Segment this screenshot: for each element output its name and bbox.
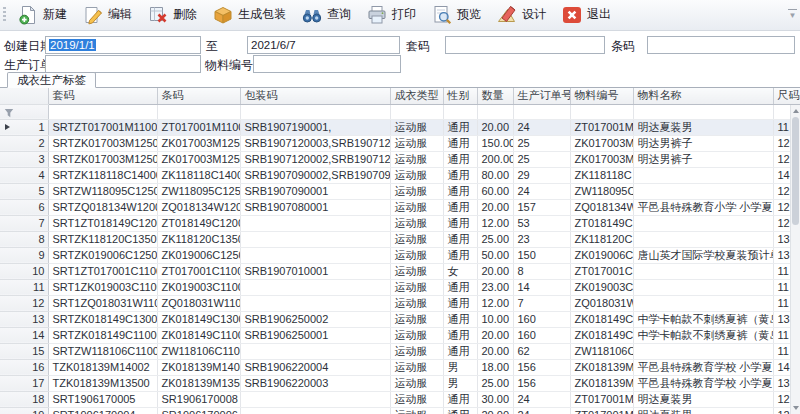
- cell[interactable]: SRTZK017003M12500: [48, 135, 157, 151]
- table-row[interactable]: 10SRT1ZT017001C11000ZT017001C11000SRB190…: [0, 263, 800, 279]
- filter-cell[interactable]: [48, 104, 157, 119]
- table-row[interactable]: 2SRTZK017003M12500ZK017003M12500SRB19071…: [0, 135, 800, 151]
- cell[interactable]: [240, 231, 390, 247]
- row-header[interactable]: 8: [0, 231, 48, 247]
- cell[interactable]: 160: [513, 311, 570, 327]
- cell[interactable]: SRTZT017001M11002: [48, 119, 157, 135]
- cell[interactable]: [633, 183, 773, 199]
- table-row[interactable]: 19SRT1906170004SR1906170006运动服通用20.0024Z…: [0, 407, 800, 414]
- cell[interactable]: 运动服: [390, 215, 443, 231]
- cell[interactable]: 24: [513, 183, 570, 199]
- cell[interactable]: SRT1ZT017001C11000: [48, 263, 157, 279]
- cell[interactable]: 平邑县特殊教育学校 小学夏: [633, 359, 773, 375]
- cell[interactable]: 25: [513, 135, 570, 151]
- cell[interactable]: ZT017001M: [570, 391, 633, 407]
- cell[interactable]: 60.00: [477, 183, 513, 199]
- cell[interactable]: 24: [513, 119, 570, 135]
- date-to-combo[interactable]: 2021/6/7: [247, 36, 400, 54]
- exit-button[interactable]: 退出: [556, 2, 619, 28]
- row-header[interactable]: 9: [0, 247, 48, 263]
- table-row[interactable]: 11SRT1ZK019003C11000ZK019003C11000运动服通用2…: [0, 279, 800, 295]
- row-header[interactable]: 3: [0, 151, 48, 167]
- column-header[interactable]: 成衣类型: [390, 88, 443, 104]
- cell[interactable]: 运动服: [390, 151, 443, 167]
- cell[interactable]: 运动服: [390, 167, 443, 183]
- cell[interactable]: 运动服: [390, 263, 443, 279]
- cell[interactable]: ZK017003M12500: [157, 135, 240, 151]
- cell[interactable]: ZW118106C11000: [157, 343, 240, 359]
- cell[interactable]: ZK118118C: [570, 167, 633, 183]
- cell[interactable]: ZK018139M: [570, 359, 633, 375]
- set-code-input[interactable]: [445, 36, 605, 54]
- cell[interactable]: SRB1906250002: [240, 311, 390, 327]
- cell[interactable]: SR1906170006: [157, 407, 240, 414]
- table-row[interactable]: 3SRTZK017003M12500ZK017003M12500SRB19071…: [0, 151, 800, 167]
- cell[interactable]: [240, 295, 390, 311]
- cell[interactable]: ZK017003M: [570, 151, 633, 167]
- cell[interactable]: 7: [513, 295, 570, 311]
- package-button[interactable]: 生成包装: [207, 2, 294, 28]
- cell[interactable]: 通用: [443, 391, 477, 407]
- cell[interactable]: 20.00: [477, 263, 513, 279]
- cell[interactable]: 23: [513, 231, 570, 247]
- cell[interactable]: 24: [513, 407, 570, 414]
- cell[interactable]: SRTZW118106C11000: [48, 343, 157, 359]
- cell[interactable]: 中学卡帕款不刺绣夏裤（黄岛店）: [633, 327, 773, 343]
- cell[interactable]: ZK018139M: [570, 375, 633, 391]
- cell[interactable]: SRB1907190001,: [240, 119, 390, 135]
- cell[interactable]: 运动服: [390, 327, 443, 343]
- cell[interactable]: SRTZK017003M12500: [48, 151, 157, 167]
- cell[interactable]: ZK019006C: [570, 247, 633, 263]
- cell[interactable]: ZK118118C14000: [157, 167, 240, 183]
- cell[interactable]: 50.00: [477, 247, 513, 263]
- cell[interactable]: SRT1906170004: [48, 407, 157, 414]
- cell[interactable]: SRT1ZQ018031W11000: [48, 295, 157, 311]
- cell[interactable]: 男: [443, 375, 477, 391]
- cell[interactable]: SRB1907090002,SRB1907090003,: [240, 167, 390, 183]
- filter-cell[interactable]: [477, 104, 513, 119]
- production-order-input[interactable]: [45, 55, 201, 73]
- cell[interactable]: 23.00: [477, 279, 513, 295]
- vertical-scrollbar[interactable]: [790, 105, 800, 414]
- cell[interactable]: 25: [513, 151, 570, 167]
- tab-garment-production-label[interactable]: 成衣生产标签: [7, 72, 96, 88]
- grid-filter-row[interactable]: [0, 104, 800, 119]
- cell[interactable]: ZK018149C: [570, 311, 633, 327]
- preview-button[interactable]: 预览: [426, 2, 489, 28]
- design-button[interactable]: 设计: [491, 2, 554, 28]
- table-row[interactable]: 12SRT1ZQ018031W11000ZQ018031W11000运动服通用1…: [0, 295, 800, 311]
- table-row[interactable]: 16TZK018139M14002ZK018139M14002SRB190622…: [0, 359, 800, 375]
- column-header[interactable]: 套码: [48, 88, 157, 104]
- filter-cell[interactable]: [570, 104, 633, 119]
- cell[interactable]: [240, 215, 390, 231]
- cell[interactable]: 12.00: [477, 295, 513, 311]
- cell[interactable]: ZQ018031W11000: [157, 295, 240, 311]
- cell[interactable]: 25.00: [477, 231, 513, 247]
- row-header[interactable]: 10: [0, 263, 48, 279]
- cell[interactable]: ZW118106C: [570, 343, 633, 359]
- cell[interactable]: 通用: [443, 311, 477, 327]
- cell[interactable]: SRTZK018149C11000: [48, 327, 157, 343]
- column-header[interactable]: 物料名称: [633, 88, 773, 104]
- cell[interactable]: 明达男裤子: [633, 151, 773, 167]
- cell[interactable]: 20.00: [477, 407, 513, 414]
- cell[interactable]: ZK019003C11000: [157, 279, 240, 295]
- cell[interactable]: ZK018149C13000: [157, 311, 240, 327]
- cell[interactable]: SRTZK118120C13502: [48, 231, 157, 247]
- cell[interactable]: [240, 391, 390, 407]
- cell[interactable]: ZK019003C: [570, 279, 633, 295]
- cell[interactable]: 200.00: [477, 151, 513, 167]
- table-row[interactable]: 8SRTZK118120C13502ZK118120C13502运动服通用25.…: [0, 231, 800, 247]
- table-row[interactable]: 4SRTZK118118C14000ZK118118C14000SRB19070…: [0, 167, 800, 183]
- column-header[interactable]: 包装码: [240, 88, 390, 104]
- cell[interactable]: 通用: [443, 247, 477, 263]
- cell[interactable]: 156: [513, 375, 570, 391]
- row-header[interactable]: 4: [0, 167, 48, 183]
- cell[interactable]: 通用: [443, 295, 477, 311]
- cell[interactable]: TZK018139M13500: [48, 375, 157, 391]
- cell[interactable]: TZK018139M14002: [48, 359, 157, 375]
- cell[interactable]: ZT017001M11002: [157, 119, 240, 135]
- cell[interactable]: [633, 295, 773, 311]
- toolbar-grip[interactable]: [3, 7, 6, 23]
- column-header[interactable]: 生产订单号: [513, 88, 570, 104]
